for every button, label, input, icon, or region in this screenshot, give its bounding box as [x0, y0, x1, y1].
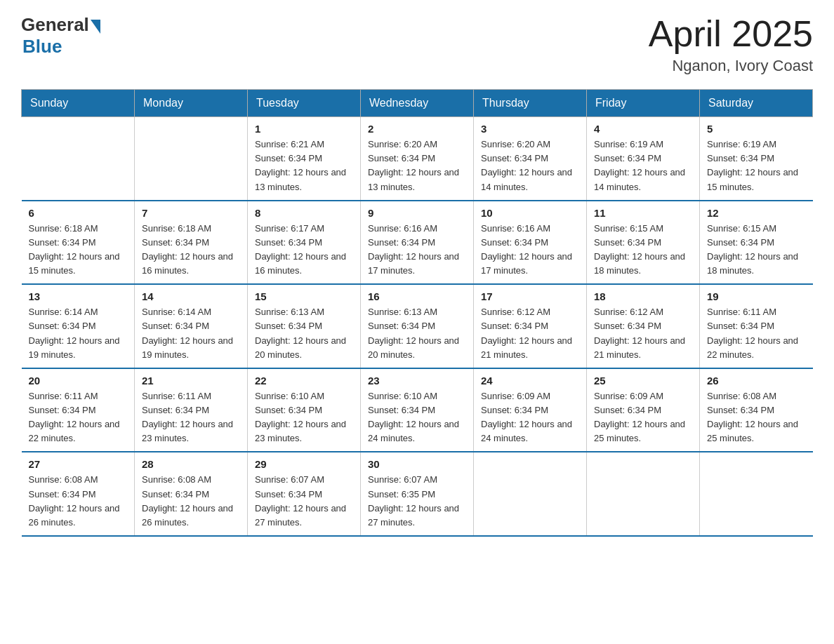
day-number: 25	[594, 375, 692, 387]
logo-arrow-icon	[91, 20, 100, 34]
calendar-week-row: 20 Sunrise: 6:11 AMSunset: 6:34 PMDaylig…	[22, 368, 813, 452]
day-info: Sunrise: 6:11 AMSunset: 6:34 PMDaylight:…	[707, 305, 806, 362]
calendar-cell: 11 Sunrise: 6:15 AMSunset: 6:34 PMDaylig…	[587, 201, 700, 285]
day-info: Sunrise: 6:18 AMSunset: 6:34 PMDaylight:…	[29, 222, 128, 279]
day-info: Sunrise: 6:08 AMSunset: 6:34 PMDaylight:…	[142, 473, 240, 530]
day-number: 13	[29, 290, 128, 302]
day-info: Sunrise: 6:10 AMSunset: 6:34 PMDaylight:…	[255, 389, 353, 446]
title-block: April 2025 Nganon, Ivory Coast	[649, 14, 813, 75]
calendar-cell	[587, 452, 700, 536]
calendar-cell: 8 Sunrise: 6:17 AMSunset: 6:34 PMDayligh…	[248, 201, 361, 285]
day-number: 6	[29, 207, 128, 219]
calendar-header-row: SundayMondayTuesdayWednesdayThursdayFrid…	[22, 90, 813, 117]
day-number: 17	[481, 290, 579, 302]
logo-blue-text: Blue	[22, 36, 62, 58]
day-number: 19	[707, 290, 806, 302]
calendar-cell: 16 Sunrise: 6:13 AMSunset: 6:34 PMDaylig…	[361, 284, 474, 368]
day-number: 18	[594, 290, 692, 302]
calendar-cell: 7 Sunrise: 6:18 AMSunset: 6:34 PMDayligh…	[135, 201, 248, 285]
day-number: 12	[707, 207, 806, 219]
day-info: Sunrise: 6:18 AMSunset: 6:34 PMDaylight:…	[142, 222, 240, 279]
calendar-week-row: 6 Sunrise: 6:18 AMSunset: 6:34 PMDayligh…	[22, 201, 813, 285]
day-number: 24	[481, 375, 579, 387]
day-number: 26	[707, 375, 806, 387]
day-info: Sunrise: 6:13 AMSunset: 6:34 PMDaylight:…	[255, 305, 353, 362]
calendar-cell: 1 Sunrise: 6:21 AMSunset: 6:34 PMDayligh…	[248, 117, 361, 201]
month-title: April 2025	[649, 14, 813, 54]
day-number: 27	[29, 458, 128, 470]
day-info: Sunrise: 6:07 AMSunset: 6:34 PMDaylight:…	[255, 473, 353, 530]
calendar-cell	[135, 117, 248, 201]
day-number: 23	[368, 375, 466, 387]
calendar-cell: 12 Sunrise: 6:15 AMSunset: 6:34 PMDaylig…	[700, 201, 813, 285]
day-info: Sunrise: 6:19 AMSunset: 6:34 PMDaylight:…	[594, 137, 692, 194]
calendar-cell: 19 Sunrise: 6:11 AMSunset: 6:34 PMDaylig…	[700, 284, 813, 368]
calendar-cell: 26 Sunrise: 6:08 AMSunset: 6:34 PMDaylig…	[700, 368, 813, 452]
day-number: 4	[594, 123, 692, 135]
logo: General Blue	[21, 14, 100, 58]
day-info: Sunrise: 6:14 AMSunset: 6:34 PMDaylight:…	[142, 305, 240, 362]
calendar-cell: 28 Sunrise: 6:08 AMSunset: 6:34 PMDaylig…	[135, 452, 248, 536]
calendar-cell: 25 Sunrise: 6:09 AMSunset: 6:34 PMDaylig…	[587, 368, 700, 452]
day-info: Sunrise: 6:08 AMSunset: 6:34 PMDaylight:…	[707, 389, 806, 446]
day-number: 30	[368, 458, 466, 470]
calendar-cell: 10 Sunrise: 6:16 AMSunset: 6:34 PMDaylig…	[474, 201, 587, 285]
calendar-cell: 23 Sunrise: 6:10 AMSunset: 6:34 PMDaylig…	[361, 368, 474, 452]
day-number: 15	[255, 290, 353, 302]
day-number: 28	[142, 458, 240, 470]
calendar-cell	[700, 452, 813, 536]
day-number: 10	[481, 207, 579, 219]
day-number: 5	[707, 123, 806, 135]
calendar-cell: 30 Sunrise: 6:07 AMSunset: 6:35 PMDaylig…	[361, 452, 474, 536]
calendar-cell: 20 Sunrise: 6:11 AMSunset: 6:34 PMDaylig…	[22, 368, 135, 452]
calendar-week-row: 13 Sunrise: 6:14 AMSunset: 6:34 PMDaylig…	[22, 284, 813, 368]
calendar-week-row: 27 Sunrise: 6:08 AMSunset: 6:34 PMDaylig…	[22, 452, 813, 536]
page-header: General Blue April 2025 Nganon, Ivory Co…	[21, 14, 813, 75]
day-number: 21	[142, 375, 240, 387]
day-info: Sunrise: 6:17 AMSunset: 6:34 PMDaylight:…	[255, 222, 353, 279]
calendar-cell: 3 Sunrise: 6:20 AMSunset: 6:34 PMDayligh…	[474, 117, 587, 201]
day-number: 2	[368, 123, 466, 135]
day-info: Sunrise: 6:08 AMSunset: 6:34 PMDaylight:…	[29, 473, 128, 530]
day-info: Sunrise: 6:20 AMSunset: 6:34 PMDaylight:…	[481, 137, 579, 194]
calendar-cell: 24 Sunrise: 6:09 AMSunset: 6:34 PMDaylig…	[474, 368, 587, 452]
weekday-header-friday: Friday	[587, 90, 700, 117]
calendar-cell: 9 Sunrise: 6:16 AMSunset: 6:34 PMDayligh…	[361, 201, 474, 285]
day-info: Sunrise: 6:09 AMSunset: 6:34 PMDaylight:…	[594, 389, 692, 446]
calendar-cell: 27 Sunrise: 6:08 AMSunset: 6:34 PMDaylig…	[22, 452, 135, 536]
day-number: 7	[142, 207, 240, 219]
day-info: Sunrise: 6:12 AMSunset: 6:34 PMDaylight:…	[594, 305, 692, 362]
day-info: Sunrise: 6:11 AMSunset: 6:34 PMDaylight:…	[142, 389, 240, 446]
weekday-header-thursday: Thursday	[474, 90, 587, 117]
logo-general-text: General	[21, 14, 89, 36]
calendar-cell: 29 Sunrise: 6:07 AMSunset: 6:34 PMDaylig…	[248, 452, 361, 536]
calendar-cell: 18 Sunrise: 6:12 AMSunset: 6:34 PMDaylig…	[587, 284, 700, 368]
day-number: 11	[594, 207, 692, 219]
calendar-cell: 21 Sunrise: 6:11 AMSunset: 6:34 PMDaylig…	[135, 368, 248, 452]
day-info: Sunrise: 6:20 AMSunset: 6:34 PMDaylight:…	[368, 137, 466, 194]
day-number: 8	[255, 207, 353, 219]
location-title: Nganon, Ivory Coast	[649, 57, 813, 75]
day-info: Sunrise: 6:15 AMSunset: 6:34 PMDaylight:…	[707, 222, 806, 279]
calendar-cell: 17 Sunrise: 6:12 AMSunset: 6:34 PMDaylig…	[474, 284, 587, 368]
calendar-table: SundayMondayTuesdayWednesdayThursdayFrid…	[21, 89, 813, 537]
day-info: Sunrise: 6:21 AMSunset: 6:34 PMDaylight:…	[255, 137, 353, 194]
calendar-cell: 13 Sunrise: 6:14 AMSunset: 6:34 PMDaylig…	[22, 284, 135, 368]
day-number: 14	[142, 290, 240, 302]
weekday-header-saturday: Saturday	[700, 90, 813, 117]
weekday-header-monday: Monday	[135, 90, 248, 117]
day-number: 22	[255, 375, 353, 387]
day-info: Sunrise: 6:12 AMSunset: 6:34 PMDaylight:…	[481, 305, 579, 362]
day-number: 1	[255, 123, 353, 135]
day-info: Sunrise: 6:16 AMSunset: 6:34 PMDaylight:…	[481, 222, 579, 279]
day-info: Sunrise: 6:11 AMSunset: 6:34 PMDaylight:…	[29, 389, 128, 446]
day-info: Sunrise: 6:16 AMSunset: 6:34 PMDaylight:…	[368, 222, 466, 279]
calendar-cell: 14 Sunrise: 6:14 AMSunset: 6:34 PMDaylig…	[135, 284, 248, 368]
day-number: 9	[368, 207, 466, 219]
day-info: Sunrise: 6:15 AMSunset: 6:34 PMDaylight:…	[594, 222, 692, 279]
day-number: 16	[368, 290, 466, 302]
calendar-cell: 2 Sunrise: 6:20 AMSunset: 6:34 PMDayligh…	[361, 117, 474, 201]
day-info: Sunrise: 6:10 AMSunset: 6:34 PMDaylight:…	[368, 389, 466, 446]
calendar-cell: 4 Sunrise: 6:19 AMSunset: 6:34 PMDayligh…	[587, 117, 700, 201]
day-number: 20	[29, 375, 128, 387]
